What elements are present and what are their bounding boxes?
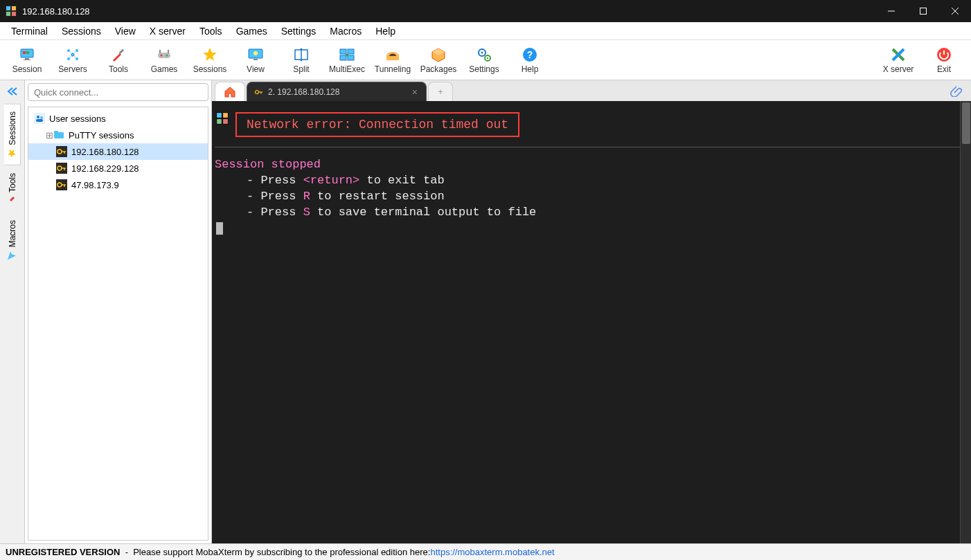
tree-session-item[interactable]: 47.98.173.9 — [28, 177, 208, 193]
side-tabs: Sessions Tools Macros — [0, 80, 25, 543]
tool-games[interactable]: Games — [141, 41, 187, 80]
tool-view[interactable]: View — [233, 41, 278, 80]
svg-point-45 — [487, 57, 488, 58]
side-tab-tools[interactable]: Tools — [4, 165, 21, 213]
scrollbar-thumb[interactable] — [962, 102, 970, 144]
tool-settings[interactable]: Settings — [461, 41, 507, 80]
menu-settings[interactable]: Settings — [274, 23, 323, 39]
tab-close-button[interactable]: × — [411, 87, 419, 98]
tool-split[interactable]: Split — [278, 41, 324, 80]
menu-macros[interactable]: Macros — [323, 23, 368, 39]
tool-multiexec[interactable]: MultiExec — [324, 41, 370, 80]
star-icon — [202, 46, 218, 63]
tree-session-item[interactable]: 192.168.229.128 — [28, 160, 208, 177]
svg-rect-79 — [223, 119, 228, 124]
svg-marker-52 — [8, 150, 16, 158]
tool-tools[interactable]: Tools — [96, 41, 141, 80]
menu-xserver[interactable]: X server — [143, 23, 193, 39]
svg-line-20 — [73, 51, 77, 55]
tab-home[interactable] — [215, 82, 245, 101]
svg-rect-32 — [253, 59, 258, 60]
tree-root-user-sessions[interactable]: User sessions — [28, 110, 208, 127]
svg-rect-4 — [12, 12, 16, 16]
svg-rect-38 — [348, 55, 354, 60]
display-icon — [247, 46, 264, 63]
svg-rect-6 — [920, 8, 927, 15]
svg-point-31 — [253, 51, 258, 55]
x-icon — [890, 46, 907, 63]
svg-rect-27 — [159, 50, 161, 53]
status-link[interactable]: https://mobaxterm.mobatek.net — [430, 547, 554, 557]
app-icon — [216, 112, 229, 125]
close-button[interactable] — [939, 0, 971, 22]
tab-new-button[interactable]: ＋ — [428, 82, 453, 101]
terminal[interactable]: Network error: Connection timed out Sess… — [212, 101, 971, 543]
menu-terminal[interactable]: Terminal — [4, 23, 55, 39]
tree-label: 192.168.180.128 — [71, 147, 139, 157]
svg-rect-2 — [12, 6, 16, 10]
menu-tools[interactable]: Tools — [193, 23, 229, 39]
terminal-line: - Press S to save terminal output to fil… — [215, 205, 971, 221]
status-text: Please support MobaXterm by subscribing … — [133, 547, 430, 557]
tool-help[interactable]: ?Help — [507, 41, 553, 80]
quick-connect-input[interactable] — [28, 83, 208, 101]
status-version: UNREGISTERED VERSION — [6, 547, 120, 557]
tool-label: X server — [883, 64, 914, 74]
tool-tunneling[interactable]: Tunneling — [370, 41, 416, 80]
gears-icon — [476, 46, 492, 63]
session-tree: User sessions ⊞ PuTTY sessions 192.168.1… — [28, 107, 208, 541]
svg-rect-56 — [36, 119, 43, 122]
paperclip-icon[interactable] — [950, 84, 963, 97]
svg-rect-58 — [54, 131, 58, 133]
tool-label: Packages — [420, 64, 457, 74]
tool-label: Servers — [58, 64, 87, 74]
tree-label: 192.168.229.128 — [71, 163, 139, 174]
tool-label: Tunneling — [375, 64, 411, 74]
tree-label: User sessions — [49, 114, 106, 124]
menu-games[interactable]: Games — [229, 23, 274, 39]
wrench-icon — [8, 195, 17, 205]
tunnel-icon — [384, 46, 401, 63]
tool-label: Exit — [937, 64, 951, 74]
tool-label: View — [247, 64, 265, 74]
svg-point-55 — [40, 116, 43, 119]
tool-exit[interactable]: Exit — [921, 41, 967, 80]
tool-xserver[interactable]: X server — [875, 41, 921, 80]
tree-session-item[interactable]: 192.168.180.128 — [28, 143, 208, 160]
star-icon — [8, 148, 17, 158]
svg-rect-23 — [118, 48, 124, 54]
menu-view[interactable]: View — [108, 23, 143, 39]
terminal-error-box: Network error: Connection timed out — [235, 112, 519, 137]
svg-rect-76 — [217, 113, 222, 118]
tool-label: MultiExec — [329, 64, 365, 74]
expand-icon[interactable]: ⊞ — [45, 130, 53, 141]
power-icon — [936, 46, 952, 63]
side-tab-macros[interactable]: Macros — [4, 213, 21, 267]
menu-help[interactable]: Help — [368, 23, 402, 39]
terminal-scrollbar[interactable] — [960, 101, 971, 543]
main: 2. 192.168.180.128 × ＋ Network error: Co… — [212, 80, 971, 543]
tool-sessions[interactable]: Sessions — [187, 41, 233, 80]
knife-icon — [110, 46, 127, 63]
split-icon — [293, 46, 310, 63]
titlebar: 192.168.180.128 — [0, 0, 971, 22]
tool-packages[interactable]: Packages — [416, 41, 461, 80]
collapse-sidebar-button[interactable] — [1, 82, 24, 101]
side-tab-sessions[interactable]: Sessions — [4, 104, 21, 165]
svg-rect-10 — [25, 58, 29, 60]
maximize-button[interactable] — [907, 0, 939, 22]
tab-active-session[interactable]: 2. 192.168.180.128 × — [247, 82, 427, 101]
svg-point-54 — [37, 116, 39, 118]
status-sep: - — [120, 547, 133, 557]
package-icon — [430, 46, 447, 63]
side-tab-label: Tools — [8, 173, 17, 192]
tool-servers[interactable]: Servers — [50, 41, 96, 80]
tool-session[interactable]: Session — [4, 41, 50, 80]
tool-label: Sessions — [193, 64, 227, 74]
tree-putty-sessions[interactable]: ⊞ PuTTY sessions — [28, 127, 208, 143]
menu-sessions[interactable]: Sessions — [55, 23, 108, 39]
side-tab-label: Sessions — [8, 111, 17, 145]
tab-strip: 2. 192.168.180.128 × ＋ — [212, 80, 971, 101]
minimize-button[interactable] — [875, 0, 907, 22]
svg-rect-35 — [340, 49, 346, 54]
